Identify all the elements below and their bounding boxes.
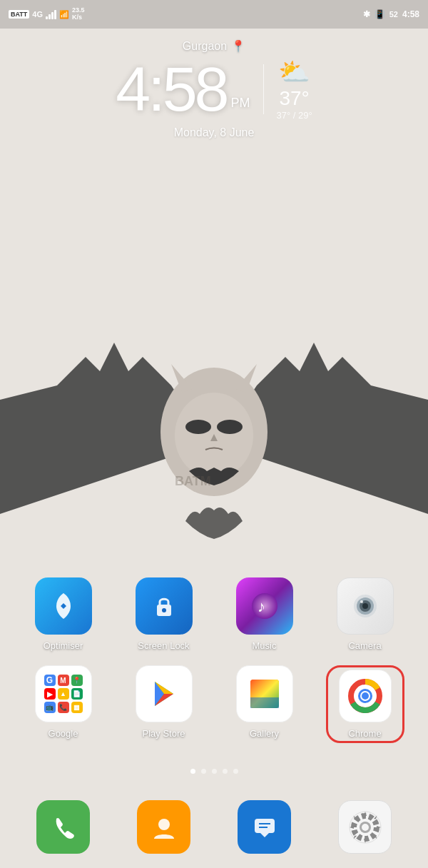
page-dot-2[interactable] xyxy=(201,769,206,774)
app-row-1: Optimiser Screen Lock xyxy=(13,577,415,651)
svg-point-14 xyxy=(362,603,368,609)
page-dot-3[interactable] xyxy=(212,769,217,774)
svg-point-36 xyxy=(362,824,369,831)
speed-label: 23.5K/s xyxy=(72,7,85,21)
location-pin-icon: 📍 xyxy=(231,39,245,53)
svg-point-4 xyxy=(185,420,211,434)
phone-icon xyxy=(36,800,90,854)
wifi-icon: 📶 xyxy=(59,10,69,19)
svg-rect-22 xyxy=(250,697,279,708)
temp-main: 37° xyxy=(279,87,309,110)
svg-rect-29 xyxy=(255,819,275,833)
page-dot-1[interactable] xyxy=(190,769,195,774)
camera-icon xyxy=(337,577,394,635)
svg-point-27 xyxy=(362,692,369,700)
playstore-label: Play Store xyxy=(143,728,185,739)
app-item-music[interactable]: ♪ Music xyxy=(225,577,304,651)
gallery-label: Gallery xyxy=(250,728,279,739)
dock-item-settings[interactable] xyxy=(338,800,392,854)
date-display: Monday, 8 June xyxy=(0,126,428,139)
chrome-label: Chrome xyxy=(348,728,381,739)
screenlock-label: Screen Lock xyxy=(138,640,189,651)
weather-widget: Gurgaon 📍 4:58 PM ⛅ 37° 37° / 29° Monday… xyxy=(0,39,428,139)
location-text: Gurgaon xyxy=(183,40,227,53)
google-label: Google xyxy=(49,728,78,739)
signal-bars xyxy=(46,9,56,19)
music-icon: ♪ xyxy=(236,577,293,635)
dock-item-messages[interactable] xyxy=(238,800,291,854)
app-item-playstore[interactable]: Play Store xyxy=(125,665,203,743)
page-dots xyxy=(0,769,428,774)
app-item-screenlock[interactable]: Screen Lock xyxy=(125,577,203,651)
status-right: ✱ 📳 52 4:58 xyxy=(363,9,419,19)
batman-wallpaper: BATM xyxy=(0,314,428,571)
bluetooth-icon: ✱ xyxy=(363,9,370,19)
optimiser-icon xyxy=(35,577,92,635)
svg-marker-32 xyxy=(260,833,269,837)
status-bar: BATT 4G 📶 23.5K/s ✱ 📳 52 4:58 xyxy=(0,0,428,29)
svg-point-28 xyxy=(158,819,170,830)
time-status: 4:58 xyxy=(402,9,419,19)
svg-point-5 xyxy=(217,420,243,434)
signal-bar-1 xyxy=(46,16,48,19)
time-row: 4:58 PM ⛅ 37° 37° / 29° xyxy=(0,57,428,121)
app-item-optimiser[interactable]: Optimiser xyxy=(24,577,103,651)
page-dot-4[interactable] xyxy=(223,769,228,774)
app-item-camera[interactable]: Camera xyxy=(326,577,404,651)
app-item-chrome[interactable]: Chrome xyxy=(326,665,404,743)
svg-point-15 xyxy=(360,600,363,603)
playstore-icon xyxy=(136,665,193,722)
app-item-gallery[interactable]: Gallery xyxy=(225,665,304,743)
dock-item-phone[interactable] xyxy=(36,800,90,854)
dock xyxy=(0,800,428,854)
svg-text:♪: ♪ xyxy=(258,597,265,615)
time-period: PM xyxy=(231,96,250,111)
google-icon: G M 📍 ▶ ▲ 📄 📺 📞 ▦ xyxy=(35,665,92,722)
battery-label: 52 xyxy=(389,10,398,19)
carrier-label: BATT xyxy=(9,10,29,19)
settings-icon xyxy=(338,800,392,854)
status-left: BATT 4G 📶 23.5K/s xyxy=(9,7,85,21)
optimiser-label: Optimiser xyxy=(44,640,83,651)
music-label: Music xyxy=(253,640,277,651)
dock-item-contacts[interactable] xyxy=(137,800,190,854)
network-label: 4G xyxy=(32,10,43,19)
page-dot-5[interactable] xyxy=(233,769,238,774)
weather-right: ⛅ 37° 37° / 29° xyxy=(277,57,312,121)
svg-point-8 xyxy=(162,608,166,612)
svg-text:BATM: BATM xyxy=(175,474,211,488)
gallery-icon xyxy=(236,665,293,722)
vibrate-icon: 📳 xyxy=(374,9,385,19)
time-weather-divider xyxy=(263,64,264,114)
signal-bar-4 xyxy=(54,10,56,19)
messages-icon xyxy=(238,800,291,854)
app-grid: Optimiser Screen Lock xyxy=(0,577,428,757)
location-row: Gurgaon 📍 xyxy=(0,39,428,53)
clock-display: 4:58 xyxy=(116,58,226,121)
signal-bar-2 xyxy=(49,14,51,19)
google-grid: G M 📍 ▶ ▲ 📄 📺 📞 ▦ xyxy=(44,675,83,713)
chrome-icon xyxy=(339,670,392,722)
contacts-icon xyxy=(137,800,190,854)
camera-label: Camera xyxy=(348,640,381,651)
app-item-google[interactable]: G M 📍 ▶ ▲ 📄 📺 📞 ▦ Google xyxy=(24,665,103,743)
signal-bar-3 xyxy=(51,12,54,19)
temp-range: 37° / 29° xyxy=(277,110,312,121)
weather-icon: ⛅ xyxy=(278,57,310,87)
app-row-2: G M 📍 ▶ ▲ 📄 📺 📞 ▦ Google xyxy=(13,665,415,743)
screenlock-icon xyxy=(136,577,193,635)
